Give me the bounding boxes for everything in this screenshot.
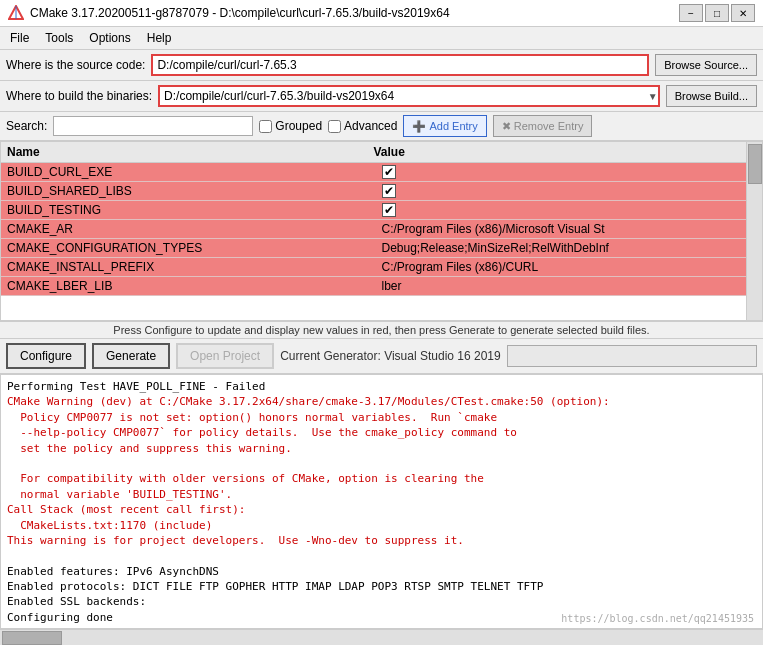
table-row[interactable]: BUILD_TESTING✔	[1, 201, 762, 220]
advanced-label: Advanced	[344, 119, 397, 133]
table-body: BUILD_CURL_EXE✔BUILD_SHARED_LIBS✔BUILD_T…	[1, 163, 762, 320]
add-entry-label: Add Entry	[429, 120, 477, 132]
table-checkbox[interactable]: ✔	[382, 203, 396, 217]
table-cell-value: ✔	[382, 203, 757, 217]
minimize-button[interactable]: −	[679, 4, 703, 22]
grouped-label: Grouped	[275, 119, 322, 133]
menu-options[interactable]: Options	[83, 29, 136, 47]
table-header-name: Name	[7, 145, 374, 159]
table-cell-name: BUILD_TESTING	[7, 203, 382, 217]
open-project-button[interactable]: Open Project	[176, 343, 274, 369]
build-combo-wrapper: ▼	[158, 85, 660, 107]
table-row[interactable]: CMAKE_LBER_LIBlber	[1, 277, 762, 296]
action-bar: Configure Generate Open Project Current …	[0, 339, 763, 374]
status-bar: Press Configure to update and display ne…	[0, 321, 763, 339]
cmake-icon	[8, 5, 24, 21]
remove-icon: ✖	[502, 120, 511, 133]
table-cell-name: CMAKE_AR	[7, 222, 382, 236]
log-line: Call Stack (most recent call first):	[7, 502, 756, 517]
table-scrollbar[interactable]	[746, 142, 762, 320]
table-scrollbar-thumb[interactable]	[748, 144, 762, 184]
log-line: Enabled features: IPv6 AsynchDNS	[7, 564, 756, 579]
log-line: Performing Test HAVE_POLL_FINE - Failed	[7, 379, 756, 394]
menu-help[interactable]: Help	[141, 29, 178, 47]
log-line: Enabled SSL backends:	[7, 594, 756, 609]
table-cell-value: ✔	[382, 184, 757, 198]
watermark: https://blog.csdn.net/qq21451935	[561, 613, 754, 624]
table-header: Name Value	[1, 142, 762, 163]
build-label: Where to build the binaries:	[6, 89, 152, 103]
log-line	[7, 456, 756, 471]
browse-source-button[interactable]: Browse Source...	[655, 54, 757, 76]
window-title: CMake 3.17.20200511-g8787079 - D:\compil…	[30, 6, 673, 20]
bottom-scrollbar[interactable]	[0, 629, 763, 645]
table-cell-name: BUILD_CURL_EXE	[7, 165, 382, 179]
search-input[interactable]	[53, 116, 253, 136]
search-bar: Search: Grouped Advanced ➕ Add Entry ✖ R…	[0, 112, 763, 141]
table-cell-value: Debug;Release;MinSizeRel;RelWithDebInf	[382, 241, 757, 255]
source-input[interactable]	[151, 54, 649, 76]
title-bar-controls: − □ ✕	[679, 4, 755, 22]
table-row[interactable]: CMAKE_CONFIGURATION_TYPESDebug;Release;M…	[1, 239, 762, 258]
build-row: Where to build the binaries: ▼ Browse Bu…	[0, 81, 763, 112]
table-cell-value: lber	[382, 279, 757, 293]
table-header-value: Value	[374, 145, 741, 159]
add-entry-button[interactable]: ➕ Add Entry	[403, 115, 486, 137]
configure-button[interactable]: Configure	[6, 343, 86, 369]
remove-entry-button[interactable]: ✖ Remove Entry	[493, 115, 593, 137]
advanced-checkbox[interactable]	[328, 120, 341, 133]
table-checkbox[interactable]: ✔	[382, 165, 396, 179]
table-cell-name: CMAKE_CONFIGURATION_TYPES	[7, 241, 382, 255]
generate-button[interactable]: Generate	[92, 343, 170, 369]
build-input[interactable]	[158, 85, 660, 107]
table-row[interactable]: CMAKE_INSTALL_PREFIXC:/Program Files (x8…	[1, 258, 762, 277]
browse-build-button[interactable]: Browse Build...	[666, 85, 757, 107]
table-cell-name: CMAKE_LBER_LIB	[7, 279, 382, 293]
log-line: Enabled protocols: DICT FILE FTP GOPHER …	[7, 579, 756, 594]
close-button[interactable]: ✕	[731, 4, 755, 22]
log-line	[7, 548, 756, 563]
log-line: This warning is for project developers. …	[7, 533, 756, 548]
log-line: CMakeLists.txt:1170 (include)	[7, 518, 756, 533]
source-label: Where is the source code:	[6, 58, 145, 72]
table-row[interactable]: BUILD_SHARED_LIBS✔	[1, 182, 762, 201]
advanced-checkbox-label[interactable]: Advanced	[328, 119, 397, 133]
table-cell-value: C:/Program Files (x86)/Microsoft Visual …	[382, 222, 757, 236]
log-line: For compatibility with older versions of…	[7, 471, 756, 486]
main-window: CMake 3.17.20200511-g8787079 - D:\compil…	[0, 0, 763, 645]
table-row[interactable]: BUILD_CURL_EXE✔	[1, 163, 762, 182]
search-label: Search:	[6, 119, 47, 133]
table-cell-value: C:/Program Files (x86)/CURL	[382, 260, 757, 274]
log-area[interactable]: Performing Test HAVE_POLL_FINE - FailedC…	[0, 374, 763, 629]
log-line: Policy CMP0077 is not set: option() hono…	[7, 410, 756, 425]
grouped-checkbox[interactable]	[259, 120, 272, 133]
combo-arrow-icon: ▼	[648, 91, 658, 102]
log-line: normal variable 'BUILD_TESTING'.	[7, 487, 756, 502]
log-line: --help-policy CMP0077` for policy detail…	[7, 425, 756, 440]
source-row: Where is the source code: Browse Source.…	[0, 50, 763, 81]
remove-entry-label: Remove Entry	[514, 120, 584, 132]
log-line: CMake Warning (dev) at C:/CMake 3.17.2x6…	[7, 394, 756, 409]
log-section: Performing Test HAVE_POLL_FINE - FailedC…	[0, 374, 763, 645]
menu-tools[interactable]: Tools	[39, 29, 79, 47]
menu-file[interactable]: File	[4, 29, 35, 47]
table-cell-value: ✔	[382, 165, 757, 179]
generator-input[interactable]	[507, 345, 757, 367]
table-cell-name: CMAKE_INSTALL_PREFIX	[7, 260, 382, 274]
table-checkbox[interactable]: ✔	[382, 184, 396, 198]
table-cell-name: BUILD_SHARED_LIBS	[7, 184, 382, 198]
bottom-scrollbar-thumb[interactable]	[2, 631, 62, 645]
cmake-table: Name Value BUILD_CURL_EXE✔BUILD_SHARED_L…	[0, 141, 763, 321]
log-line: set the policy and suppress this warning…	[7, 441, 756, 456]
menu-bar: File Tools Options Help	[0, 27, 763, 50]
table-row[interactable]: CMAKE_ARC:/Program Files (x86)/Microsoft…	[1, 220, 762, 239]
status-text: Press Configure to update and display ne…	[113, 324, 649, 336]
generator-label: Current Generator: Visual Studio 16 2019	[280, 349, 501, 363]
plus-icon: ➕	[412, 120, 426, 133]
title-bar: CMake 3.17.20200511-g8787079 - D:\compil…	[0, 0, 763, 27]
grouped-checkbox-label[interactable]: Grouped	[259, 119, 322, 133]
maximize-button[interactable]: □	[705, 4, 729, 22]
